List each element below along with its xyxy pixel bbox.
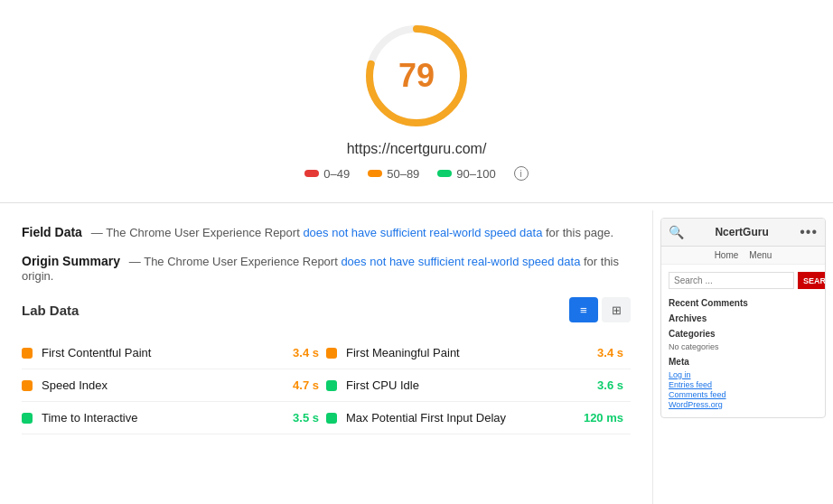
- metric-value-fcp: 3.4 s: [293, 346, 319, 359]
- metric-first-contentful-paint: First Contentful Paint 3.4 s: [22, 337, 326, 369]
- metric-dot-fci: [326, 380, 337, 391]
- view-toggle: ≡ ⊞: [569, 297, 631, 322]
- score-url: https://ncertguru.com/: [347, 141, 487, 157]
- metric-dot-fmp: [326, 348, 337, 359]
- preview-nav-home: Home: [715, 250, 739, 260]
- page-wrapper: 79 https://ncertguru.com/ 0–49 50–89 90–…: [0, 0, 833, 504]
- legend-red: 0–49: [304, 167, 350, 181]
- origin-summary-link[interactable]: does not have sufficient real-world spee…: [341, 255, 580, 268]
- metric-dot-fid: [326, 413, 337, 424]
- main-content: Field Data — The Chrome User Experience …: [0, 210, 833, 504]
- origin-summary-section: Origin Summary — The Chrome User Experie…: [22, 254, 631, 283]
- preview-body: SEARCH Recent Comments Archives Categori…: [661, 265, 825, 417]
- metric-name-fmp: First Meaningful Paint: [346, 346, 588, 359]
- preview-search-input[interactable]: [669, 272, 794, 289]
- info-icon[interactable]: i: [514, 166, 529, 181]
- legend-green-label: 90–100: [456, 167, 495, 181]
- legend-orange-label: 50–89: [387, 167, 419, 181]
- legend-dot-green: [437, 170, 452, 177]
- preview-search-bar: SEARCH: [669, 272, 818, 289]
- legend-red-label: 0–49: [323, 167, 350, 181]
- grid-icon: ⊞: [612, 303, 622, 317]
- right-panel: 🔍 NcertGuru ••• Home Menu SEARCH: [652, 210, 833, 504]
- metric-name-tti: Time to Interactive: [42, 411, 284, 425]
- preview-more-icon[interactable]: •••: [800, 224, 818, 240]
- preview-meta-login[interactable]: Log in: [669, 370, 818, 379]
- metric-value-fid: 120 ms: [584, 411, 623, 425]
- metric-dot-si: [22, 380, 33, 391]
- preview-search-btn[interactable]: SEARCH: [798, 272, 826, 289]
- metric-first-meaningful-paint: First Meaningful Paint 3.4 s: [326, 337, 631, 369]
- preview-no-categories: No categories: [669, 342, 818, 351]
- metric-name-si: Speed Index: [42, 378, 284, 392]
- toggle-list-btn[interactable]: ≡: [569, 297, 598, 322]
- lab-data-header: Lab Data ≡ ⊞: [22, 297, 631, 322]
- preview-header: 🔍 NcertGuru •••: [661, 219, 825, 247]
- metric-name-fci: First CPU Idle: [346, 378, 588, 392]
- lab-data-title: Lab Data: [22, 303, 79, 318]
- preview-categories: Categories: [669, 329, 818, 339]
- metric-dot-fcp: [22, 348, 33, 359]
- metric-max-fid: Max Potential First Input Delay 120 ms: [326, 402, 631, 434]
- preview-recent-comments: Recent Comments: [669, 298, 818, 308]
- metric-value-tti: 3.5 s: [293, 411, 319, 425]
- origin-summary-title: Origin Summary: [22, 254, 120, 268]
- score-value: 79: [398, 57, 435, 95]
- score-legend: 0–49 50–89 90–100 i: [304, 166, 528, 181]
- legend-green: 90–100: [437, 167, 495, 181]
- preview-archives: Archives: [669, 313, 818, 323]
- top-divider: [0, 202, 833, 203]
- field-data-desc: — The Chrome User Experience Report does…: [91, 226, 613, 239]
- preview-meta-entries[interactable]: Entries feed: [669, 380, 818, 389]
- metric-value-fci: 3.6 s: [597, 378, 623, 392]
- field-data-section: Field Data — The Chrome User Experience …: [22, 225, 631, 239]
- metric-value-si: 4.7 s: [293, 378, 319, 392]
- preview-nav: Home Menu: [661, 247, 825, 265]
- toggle-grid-btn[interactable]: ⊞: [602, 297, 631, 322]
- metric-time-to-interactive: Time to Interactive 3.5 s: [22, 402, 326, 434]
- metric-first-cpu-idle: First CPU Idle 3.6 s: [326, 369, 631, 402]
- preview-meta-comments[interactable]: Comments feed: [669, 390, 818, 399]
- preview-site-name: NcertGuru: [715, 226, 768, 238]
- list-icon: ≡: [580, 303, 587, 317]
- preview-meta-wordpress[interactable]: WordPress.org: [669, 400, 818, 409]
- left-panel: Field Data — The Chrome User Experience …: [0, 210, 652, 504]
- legend-dot-red: [304, 170, 319, 177]
- preview-search-icon: 🔍: [669, 225, 684, 239]
- preview-meta: Meta: [669, 357, 818, 367]
- metric-dot-tti: [22, 413, 33, 424]
- metric-value-fmp: 3.4 s: [597, 346, 623, 359]
- score-section: 79 https://ncertguru.com/ 0–49 50–89 90–…: [0, 0, 833, 195]
- score-circle: 79: [362, 22, 471, 130]
- field-data-link[interactable]: does not have sufficient real-world spee…: [303, 226, 542, 239]
- metric-speed-index: Speed Index 4.7 s: [22, 369, 326, 402]
- website-preview: 🔍 NcertGuru ••• Home Menu SEARCH: [660, 218, 826, 418]
- preview-nav-menu: Menu: [749, 250, 772, 260]
- legend-orange: 50–89: [368, 167, 419, 181]
- legend-dot-orange: [368, 170, 382, 177]
- metric-name-fcp: First Contentful Paint: [42, 346, 284, 359]
- metric-name-fid: Max Potential First Input Delay: [346, 411, 575, 425]
- field-data-title: Field Data: [22, 225, 82, 239]
- metrics-grid: First Contentful Paint 3.4 s First Meani…: [22, 337, 631, 434]
